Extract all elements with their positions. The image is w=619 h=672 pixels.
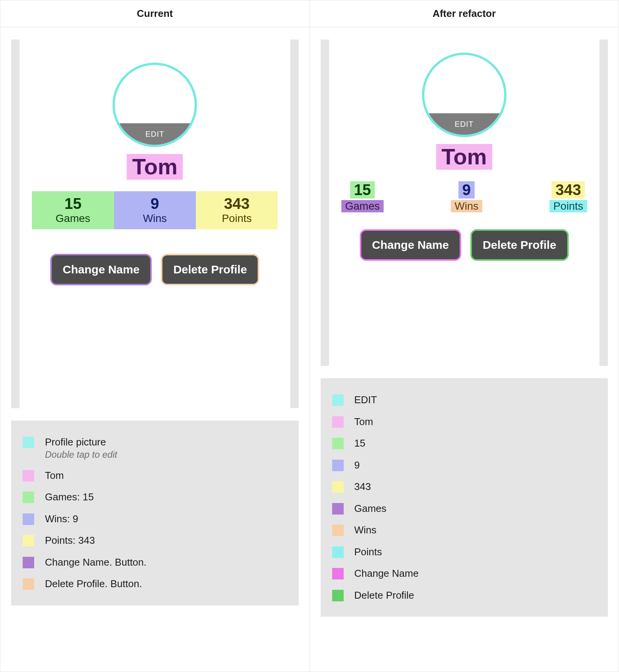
- stat-games-value: 15: [350, 181, 375, 199]
- legend-swatch: [23, 437, 34, 448]
- legend-row: Change Name. Button.: [23, 551, 287, 573]
- legend-row: 343: [332, 476, 597, 498]
- avatar[interactable]: EDIT: [422, 53, 506, 137]
- legend-row: Tom: [23, 465, 287, 487]
- legend-text: Profile pictureDouble tap to edit: [45, 436, 117, 460]
- column-after-title: After refactor: [310, 0, 619, 27]
- stat-points: 343 Points: [196, 191, 278, 229]
- stats-row: 15 Games 9 Wins 343 Points: [32, 191, 278, 229]
- stats-row: 15 Games 9 Wins 343 Points: [341, 181, 587, 212]
- buttons-row: Change Name Delete Profile: [360, 229, 569, 261]
- legend-swatch: [332, 546, 344, 558]
- change-name-button[interactable]: Change Name: [360, 229, 461, 261]
- stat-games: 15 Games: [341, 181, 384, 212]
- legend-text: Delete Profile: [354, 589, 414, 602]
- column-current-title: Current: [0, 0, 310, 27]
- legend-row: Change Name: [332, 563, 597, 584]
- stat-games: 15 Games: [32, 191, 114, 229]
- legend-text: Tom: [45, 469, 64, 482]
- legend-text: Delete Profile. Button.: [45, 578, 142, 590]
- change-name-button[interactable]: Change Name: [50, 254, 152, 285]
- legend-swatch: [332, 568, 344, 579]
- stat-wins-value: 9: [458, 181, 475, 199]
- phone-current: EDIT Tom 15 Games 9 Wins 343: [11, 40, 299, 408]
- legend-text: Tom: [354, 415, 373, 428]
- stat-wins-value: 9: [114, 195, 196, 212]
- phone-after: EDIT Tom 15 Games 9 Wins 343: [321, 40, 608, 366]
- legend-row: Tom: [332, 411, 597, 433]
- legend-row: Points: 343: [23, 530, 287, 551]
- column-after: After refactor EDIT Tom 15 Games 9: [310, 0, 619, 672]
- stat-wins-label: Wins: [451, 200, 482, 212]
- legend-swatch: [332, 525, 344, 536]
- stat-points-value: 343: [551, 181, 585, 199]
- legend-swatch: [23, 557, 34, 568]
- stat-wins-label: Wins: [114, 212, 196, 225]
- delete-profile-button[interactable]: Delete Profile: [161, 254, 259, 285]
- legend-swatch: [332, 590, 344, 601]
- delete-profile-button[interactable]: Delete Profile: [470, 229, 569, 261]
- profile-name: Tom: [127, 154, 183, 180]
- legend-swatch: [23, 535, 34, 546]
- legend-swatch: [23, 578, 34, 590]
- column-current: Current EDIT Tom 15 Games 9 Wins: [0, 0, 310, 672]
- column-after-body: EDIT Tom 15 Games 9 Wins 343: [310, 27, 619, 672]
- legend-text: Points: [354, 546, 382, 558]
- legend-current: Profile pictureDouble tap to editTomGame…: [11, 420, 299, 606]
- legend-row: Delete Profile. Button.: [23, 573, 287, 595]
- legend-swatch: [332, 394, 344, 406]
- stat-points-value: 343: [196, 195, 278, 212]
- legend-swatch: [23, 492, 34, 503]
- avatar-edit-overlay[interactable]: EDIT: [424, 113, 504, 135]
- legend-text: Wins: 9: [45, 513, 78, 525]
- legend-row: Games: 15: [23, 486, 287, 508]
- legend-swatch: [23, 513, 34, 525]
- legend-text: Games: [354, 502, 387, 515]
- legend-row: Delete Profile: [332, 584, 597, 606]
- legend-text: 15: [354, 437, 366, 450]
- stat-points-label: Points: [549, 200, 587, 212]
- avatar[interactable]: EDIT: [113, 63, 197, 147]
- legend-row: Profile pictureDouble tap to edit: [23, 431, 287, 465]
- buttons-row: Change Name Delete Profile: [50, 254, 259, 285]
- column-current-body: EDIT Tom 15 Games 9 Wins 343: [0, 27, 310, 672]
- legend-text: Games: 15: [45, 491, 94, 503]
- stat-points-label: Points: [196, 212, 278, 225]
- legend-swatch: [332, 416, 344, 428]
- legend-row: Wins: 9: [23, 508, 287, 530]
- legend-row: 9: [332, 454, 597, 476]
- legend-row: 15: [332, 432, 597, 454]
- legend-swatch: [332, 481, 344, 493]
- legend-swatch: [332, 503, 344, 515]
- legend-row: Games: [332, 498, 597, 520]
- legend-text: Wins: [354, 524, 377, 536]
- legend-text: 343: [354, 480, 371, 493]
- legend-text: Change Name. Button.: [45, 556, 147, 569]
- legend-text: EDIT: [354, 394, 377, 406]
- stat-wins: 9 Wins: [114, 191, 196, 229]
- stat-points: 343 Points: [549, 181, 587, 212]
- legend-swatch: [332, 460, 344, 471]
- legend-swatch: [23, 470, 34, 482]
- legend-text: Change Name: [354, 567, 419, 580]
- legend-row: Points: [332, 541, 597, 563]
- stat-wins: 9 Wins: [451, 181, 482, 212]
- stat-games-label: Games: [341, 200, 384, 212]
- avatar-edit-overlay[interactable]: EDIT: [115, 123, 195, 145]
- legend-after: EDITTom159343GamesWinsPointsChange NameD…: [321, 378, 608, 617]
- comparison-columns: Current EDIT Tom 15 Games 9 Wins: [0, 0, 619, 672]
- legend-text: Points: 343: [45, 534, 95, 547]
- legend-row: EDIT: [332, 389, 597, 411]
- profile-name: Tom: [436, 144, 492, 170]
- stat-games-value: 15: [32, 195, 114, 212]
- legend-swatch: [332, 438, 344, 449]
- stat-games-label: Games: [32, 212, 114, 225]
- legend-row: Wins: [332, 519, 597, 541]
- legend-text: 9: [354, 459, 360, 472]
